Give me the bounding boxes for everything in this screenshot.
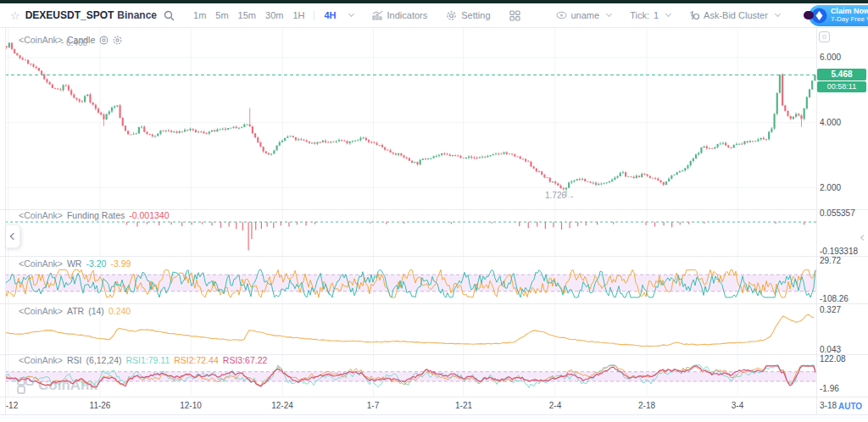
- tick-selector[interactable]: Tick: 1: [630, 10, 670, 20]
- time-tick: 11-26: [90, 401, 111, 410]
- gear-icon: [446, 10, 457, 21]
- chevron-down-icon: [775, 11, 781, 17]
- time-tick: -12: [6, 401, 18, 410]
- uname-menu[interactable]: uname: [556, 10, 612, 20]
- funding-axis-top: 0.055357: [820, 209, 855, 218]
- time-tick: 12-10: [180, 401, 202, 410]
- legend-source: <CoinAnk>: [19, 210, 63, 220]
- indicators-button[interactable]: Indicators: [372, 10, 428, 20]
- chevron-down-icon[interactable]: [348, 11, 354, 17]
- legend-name: Funding Rates: [67, 210, 125, 220]
- rsi-axis-top: 122.08: [820, 355, 846, 364]
- time-tick: 12-24: [271, 401, 293, 410]
- depth-bars-icon: [689, 10, 699, 20]
- coinank-chart-app: ☆ DEXEUSDT_SPOT Binance 1m 5m 15m 30m 1H…: [0, 0, 868, 422]
- gradient-handle-right[interactable]: [804, 11, 812, 19]
- time-tick: 1-21: [455, 401, 472, 410]
- search-icon[interactable]: [164, 10, 175, 21]
- panel-separator[interactable]: [0, 256, 868, 257]
- time-tick: 3-4: [732, 401, 743, 410]
- timeframe-1h[interactable]: 1H: [292, 10, 304, 20]
- rsi-legend: <CoinAnk> RSI (6,12,24) RSI1:79.11 RSI2:…: [19, 355, 267, 365]
- exchange-name: Binance: [117, 9, 157, 21]
- legend-source: <CoinAnk>: [19, 355, 63, 365]
- claim-line2: 7-Day Free VIP Trial: [831, 15, 868, 24]
- legend-name: ATR: [67, 306, 84, 316]
- price-tick: 4.000: [820, 119, 841, 127]
- legend-name: WR: [67, 258, 82, 269]
- favorite-star-icon[interactable]: ☆: [10, 9, 20, 22]
- timeframe-30m[interactable]: 30m: [265, 10, 283, 20]
- auto-scale-toggle[interactable]: AUTO: [838, 402, 862, 411]
- rsi3-value: RSI3:67.22: [223, 355, 268, 365]
- claim-line1: Claim Now: [831, 7, 868, 15]
- time-tick: 3-18: [820, 401, 837, 410]
- plot-left-border: [5, 28, 6, 415]
- timeframe-group: 1m 5m 15m 30m 1H 4H: [193, 10, 353, 20]
- timeframe-4h-active[interactable]: 4H: [324, 10, 336, 20]
- grid-icon: [509, 10, 520, 21]
- indicators-icon: [372, 10, 383, 20]
- chevron-down-icon: [606, 11, 612, 17]
- wr1-value: -3.20: [86, 258, 106, 269]
- legend-source: <CoinAnk>: [19, 35, 63, 45]
- atr-value: 0.240: [108, 306, 131, 316]
- funding-axis-bottom: -0.193318: [820, 247, 858, 256]
- tick-label: Tick:: [630, 10, 649, 20]
- atr-legend: <CoinAnk> ATR (14) 0.240: [19, 306, 131, 316]
- indicators-label: Indicators: [387, 10, 428, 20]
- tick-value: 1: [654, 10, 659, 20]
- atr-axis-bottom: 0.043: [820, 346, 841, 354]
- time-axis[interactable]: -12 11-26 12-10 12-24 1-7 1-21 2-4 2-18 …: [0, 398, 868, 415]
- panel-separator[interactable]: [0, 303, 868, 304]
- low-price-marker: 1.726→: [545, 191, 575, 200]
- askbid-label: Ask-Bid Cluster: [704, 10, 768, 20]
- timeframe-divider: [314, 10, 314, 20]
- last-price-badge: 5.468: [817, 69, 866, 81]
- candle-countdown-badge: 00:58:11: [817, 81, 866, 92]
- chevron-left-icon: [860, 234, 865, 240]
- high-price-marker: ╴6.460: [61, 38, 87, 47]
- eye-icon: [556, 11, 567, 19]
- timeframe-15m[interactable]: 15m: [238, 10, 256, 20]
- setting-label: Setting: [461, 10, 490, 20]
- rsi-axis-bottom: -1.96: [820, 385, 839, 393]
- price-tick: 2.000: [820, 184, 841, 192]
- chart-region: CoinAnk <CoinAnk> Candle ╴6.460 1.726→: [0, 28, 868, 415]
- timeframe-1m[interactable]: 1m: [193, 10, 206, 20]
- uname-label: uname: [571, 10, 600, 20]
- toolbar: ☆ DEXEUSDT_SPOT Binance 1m 5m 15m 30m 1H…: [0, 3, 868, 28]
- wr-legend: <CoinAnk> WR -3.20 -3.99: [19, 258, 131, 269]
- claim-vip-button[interactable]: Claim Now 7-Day Free VIP Trial: [809, 5, 868, 26]
- legend-name: RSI: [67, 355, 82, 365]
- layout-grid-button[interactable]: [509, 10, 520, 21]
- chevron-left-icon: [10, 233, 17, 240]
- timeframe-5m[interactable]: 5m: [215, 10, 228, 20]
- time-tick: 2-18: [638, 401, 655, 410]
- screenshot-icon[interactable]: [819, 31, 830, 42]
- setting-button[interactable]: Setting: [446, 10, 490, 21]
- symbol-name[interactable]: DEXEUSDT_SPOT: [25, 9, 114, 21]
- askbid-cluster-menu[interactable]: Ask-Bid Cluster: [689, 10, 780, 20]
- price-tick: 6.000: [820, 53, 841, 62]
- legend-source: <CoinAnk>: [19, 306, 63, 316]
- chevron-down-icon: [665, 11, 671, 17]
- time-tick: 1-7: [367, 401, 379, 410]
- wr-axis-top: 29.72: [820, 257, 841, 265]
- rsi2-value: RSI2:72.44: [174, 355, 219, 365]
- wr-axis-bottom: -108.26: [820, 295, 849, 303]
- legend-source: <CoinAnk>: [19, 258, 63, 269]
- rsi1-value: RSI1:79.11: [126, 355, 170, 365]
- legend-params: (6,12,24): [86, 355, 121, 365]
- time-tick: 2-4: [549, 401, 561, 410]
- wr2-value: -3.99: [110, 258, 131, 269]
- atr-axis-top: 0.327: [820, 306, 841, 314]
- expand-right-panel-handle[interactable]: [859, 228, 867, 247]
- indicator-settings-gear-icon[interactable]: [113, 36, 122, 45]
- panel-separator: [0, 397, 868, 397]
- visibility-eye-icon[interactable]: [99, 36, 108, 45]
- collapse-left-panel-button[interactable]: [6, 225, 20, 248]
- funding-legend: <CoinAnk> Funding Rates -0.001340: [19, 210, 170, 220]
- legend-params: (14): [88, 306, 104, 316]
- funding-value: -0.001340: [129, 210, 169, 220]
